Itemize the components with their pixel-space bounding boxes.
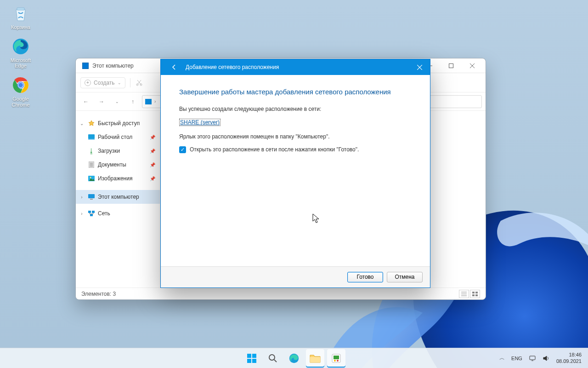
taskbar-file-explorer[interactable] [306,349,324,368]
chevron-right-icon: › [79,211,85,216]
chevron-right-icon: › [154,99,156,104]
network-icon [88,210,95,217]
desktop-icon [88,133,95,141]
new-button-label: Создать [94,80,115,86]
svg-rect-35 [252,354,256,358]
pin-icon: 📌 [150,176,155,181]
edge-icon [11,37,30,56]
tray-language[interactable]: ENG [511,356,522,361]
svg-rect-24 [90,214,93,216]
wizard-close-button[interactable] [409,59,430,75]
tray-volume-icon[interactable] [543,355,550,362]
pin-icon: 📌 [150,135,155,140]
close-button[interactable] [462,58,483,73]
svg-rect-13 [88,139,95,140]
svg-rect-31 [475,294,478,296]
desktop-icon-label: Google Chrome [4,96,38,108]
taskbar-edge[interactable] [285,349,303,368]
sidebar-item-label: Рабочий стол [98,134,132,140]
svg-rect-7 [449,63,453,68]
sidebar-item-label: Сеть [98,210,110,217]
finish-button[interactable]: Готово [347,272,383,282]
pictures-icon [88,175,95,182]
svg-point-45 [337,360,339,362]
search-button[interactable] [264,349,282,368]
svg-rect-46 [530,356,535,360]
sidebar-item-network[interactable]: › Сеть [76,207,160,220]
plus-icon: + [85,80,91,86]
view-details-button[interactable] [459,290,469,298]
desktop-icon-recycle-bin[interactable]: Корзина [4,4,38,30]
chevron-right-icon: › [79,195,85,200]
pin-icon: 📌 [150,162,155,167]
svg-rect-12 [88,134,95,139]
nav-up-button[interactable]: ↑ [126,95,139,108]
svg-point-44 [334,360,336,362]
svg-rect-0 [17,8,24,10]
tray-overflow-button[interactable]: ︿ [499,354,505,362]
wizard-location-link[interactable]: SHARE (server) [179,119,220,126]
tray-time: 18:46 [556,352,582,358]
taskbar-app[interactable] [327,349,345,368]
svg-rect-23 [92,211,95,213]
wizard-heading: Завершение работы мастера добавления сет… [179,88,412,96]
tray-date: 08.09.2021 [556,358,582,364]
wizard-back-button[interactable] [166,64,182,70]
svg-rect-34 [247,354,251,358]
sidebar-item-pictures[interactable]: Изображения 📌 [76,172,160,185]
svg-rect-41 [310,357,320,362]
status-item-count: Элементов: 3 [81,291,116,297]
svg-point-38 [269,355,275,360]
wizard-title: Добавление сетевого расположения [182,64,409,70]
svg-rect-29 [475,292,478,293]
recycle-bin-icon [11,4,30,23]
desktop-icon-label: Microsoft Edge [4,58,38,69]
svg-rect-37 [252,359,256,363]
this-pc-icon [82,63,89,69]
svg-point-19 [90,177,91,178]
start-button[interactable] [243,349,261,368]
svg-point-5 [18,83,23,87]
desktop-icon-edge[interactable]: Microsoft Edge [4,37,38,69]
star-icon [88,120,95,127]
tray-network-icon[interactable] [529,355,536,362]
maximize-button[interactable] [441,58,462,73]
chrome-icon [11,75,30,95]
sidebar-item-desktop[interactable]: Рабочий стол 📌 [76,130,160,144]
chevron-down-icon: ⌄ [118,80,121,85]
open-when-finish-checkbox[interactable]: ✓ [179,146,186,153]
svg-rect-28 [472,292,475,293]
nav-history-button[interactable]: ⌄ [111,95,124,108]
sidebar-item-downloads[interactable]: ⭳ Загрузки 📌 [76,144,160,158]
sidebar-item-label: Загрузки [98,148,120,154]
svg-rect-30 [472,294,475,296]
wizard-success-text: Вы успешно создали следующее расположени… [179,106,412,112]
sidebar-item-label: Изображения [98,175,132,182]
documents-icon [88,161,95,168]
nav-forward-button[interactable]: → [95,95,108,108]
sidebar-item-quick-access[interactable]: ⌄ Быстрый доступ [76,116,160,130]
cancel-button[interactable]: Отмена [387,272,423,282]
tray-clock[interactable]: 18:46 08.09.2021 [556,352,582,364]
sidebar-item-label: Быстрый доступ [98,120,140,126]
nav-back-button[interactable]: ← [79,95,92,108]
desktop-icon-chrome[interactable]: Google Chrome [4,75,38,108]
checkbox-label: Открыть это расположение в сети после на… [190,146,359,153]
view-icons-button[interactable] [470,290,480,298]
svg-rect-21 [90,199,93,200]
desktop-icon-label: Корзина [4,24,38,30]
new-button[interactable]: + Создать ⌄ [80,77,125,88]
add-network-location-wizard: Добавление сетевого расположения Заверше… [160,59,430,288]
svg-rect-43 [334,356,339,359]
explorer-statusbar: Элементов: 3 [76,288,486,299]
sidebar-item-documents[interactable]: Документы 📌 [76,158,160,172]
sidebar-item-this-pc[interactable]: › Этот компьютер [76,190,160,204]
svg-line-39 [274,360,277,362]
sidebar-item-label: Документы [98,161,126,168]
this-pc-icon [145,99,152,104]
chevron-down-icon: ⌄ [79,121,85,126]
download-icon: ⭳ [88,147,95,155]
cut-icon[interactable] [135,79,143,87]
wizard-titlebar[interactable]: Добавление сетевого расположения [161,59,430,75]
svg-rect-36 [247,359,251,363]
